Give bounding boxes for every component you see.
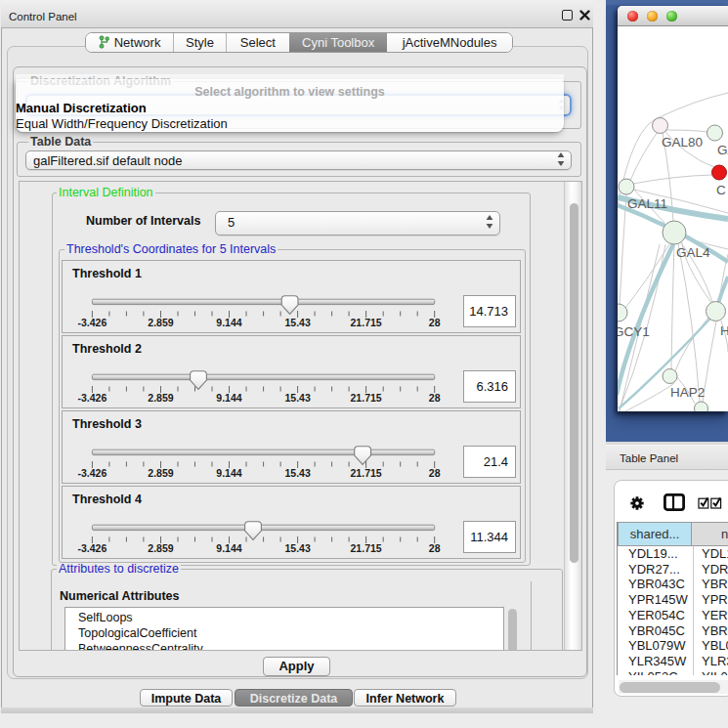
svg-text:2.859: 2.859 — [148, 467, 173, 479]
svg-text:-3.426: -3.426 — [78, 542, 107, 554]
svg-text:C: C — [716, 183, 726, 197]
svg-text:2.859: 2.859 — [148, 542, 173, 554]
svg-text:28: 28 — [429, 542, 441, 554]
svg-text:9.144: 9.144 — [216, 542, 241, 554]
svg-text:9.144: 9.144 — [216, 317, 241, 328]
svg-text:15.43: 15.43 — [284, 542, 310, 554]
svg-text:21.715: 21.715 — [351, 542, 382, 554]
svg-text:GA: GA — [717, 143, 728, 157]
svg-text:9.144: 9.144 — [216, 467, 241, 479]
svg-text:HAP2: HAP2 — [670, 385, 705, 400]
svg-text:28: 28 — [429, 467, 441, 479]
svg-text:-3.426: -3.426 — [78, 317, 107, 328]
svg-text:GAL80: GAL80 — [662, 135, 703, 150]
svg-text:28: 28 — [429, 317, 441, 328]
svg-text:GAL11: GAL11 — [627, 196, 667, 211]
svg-text:15.43: 15.43 — [284, 317, 310, 328]
svg-text:15.43: 15.43 — [284, 467, 310, 479]
svg-text:21.715: 21.715 — [351, 317, 382, 328]
svg-text:9.144: 9.144 — [216, 392, 241, 404]
svg-text:-3.426: -3.426 — [78, 392, 107, 404]
svg-text:GAL4: GAL4 — [676, 245, 710, 260]
svg-text:2.859: 2.859 — [148, 317, 173, 328]
svg-text:H: H — [720, 323, 728, 338]
svg-text:GCY1: GCY1 — [618, 324, 650, 339]
svg-text:2.859: 2.859 — [148, 392, 173, 404]
svg-text:-3.426: -3.426 — [78, 467, 107, 479]
svg-text:21.715: 21.715 — [351, 392, 382, 404]
svg-text:21.715: 21.715 — [351, 467, 382, 479]
svg-text:15.43: 15.43 — [284, 392, 310, 404]
svg-text:28: 28 — [429, 392, 441, 404]
